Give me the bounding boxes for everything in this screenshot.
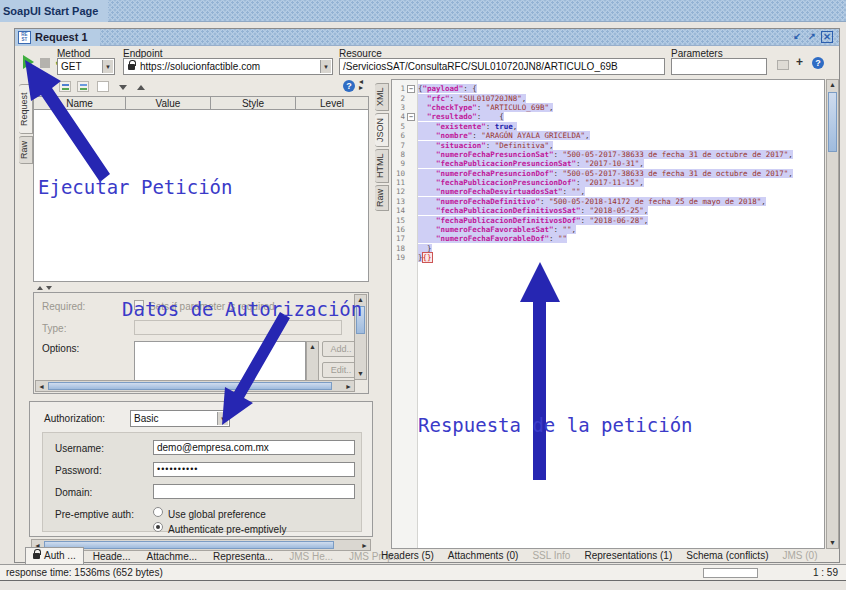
- type-field: [134, 320, 342, 335]
- detail-horizontal-scrollbar[interactable]: ◄ ►: [35, 380, 355, 392]
- move-param-down-icon[interactable]: [119, 85, 127, 90]
- response-tab-xml[interactable]: XML: [375, 83, 389, 111]
- code-line: 15 "fechaPublicacionDefinitivosDof": "20…: [392, 215, 824, 224]
- params-help-icon[interactable]: ?: [343, 80, 355, 92]
- chevron-down-icon[interactable]: ▼: [217, 412, 228, 425]
- line-number: 5: [392, 122, 405, 131]
- code-text: {"payload": {: [418, 84, 477, 93]
- fold-toggle-icon: [407, 235, 415, 243]
- code-text: "fechaPublicacionDefinitivosDof": "2018-…: [418, 216, 648, 225]
- username-input[interactable]: demo@empresa.com.mx: [153, 440, 355, 455]
- close-window-icon[interactable]: ✕: [821, 31, 833, 43]
- code-text: "numeroFechaFavorableDof": "": [418, 234, 567, 243]
- code-text: "numeroFechaPresuncionSat": "500-05-2017…: [418, 150, 793, 159]
- move-param-up-icon[interactable]: [137, 85, 145, 90]
- code-line: 3 "checkType": "ARTICULO_69B",: [392, 103, 824, 112]
- params-table-header[interactable]: Name Value Style Level: [33, 96, 369, 110]
- parameters-input[interactable]: [671, 58, 767, 75]
- scroll-up-icon[interactable]: ▲: [307, 342, 318, 352]
- response-link-attachments[interactable]: Attachments (0): [448, 550, 519, 561]
- scroll-left-icon[interactable]: ◄: [36, 382, 47, 392]
- request-window-title-bar[interactable]: RE ST Request 1 ↙ ↗ ✕: [15, 29, 839, 46]
- password-input[interactable]: ••••••••••: [153, 462, 355, 477]
- resource-input[interactable]: /ServiciosSAT/ConsultaRFC/SUL010720JN8/A…: [339, 58, 665, 75]
- method-select[interactable]: GET ▼: [57, 58, 115, 75]
- response-tab-html[interactable]: HTML: [375, 149, 389, 183]
- scroll-down-icon[interactable]: ▼: [827, 538, 838, 548]
- code-line: 14 "fechaPublicacionDefinitivosSat": "20…: [392, 206, 824, 215]
- recreate-params-icon[interactable]: [777, 60, 789, 70]
- restore-window-icon[interactable]: ↙: [791, 31, 803, 43]
- response-link-headers[interactable]: Headers (5): [381, 550, 434, 561]
- scroll-right-icon[interactable]: ►: [343, 382, 354, 392]
- radio-preemptive-label: Authenticate pre-emptively: [168, 524, 286, 535]
- fold-toggle-icon: [407, 122, 415, 130]
- bottom-tab-heade[interactable]: Heade...: [86, 549, 138, 565]
- fold-toggle-icon[interactable]: −: [407, 85, 415, 93]
- status-bar: response time: 1536ms (652 bytes) 1 : 59: [0, 564, 846, 581]
- code-line: 13 "numeroFechaDefinitivo": "500-05-2018…: [392, 197, 824, 206]
- scroll-down-icon[interactable]: ▼: [355, 369, 366, 379]
- left-tab-request[interactable]: Request: [19, 84, 33, 134]
- scroll-up-icon[interactable]: ▲: [827, 80, 838, 90]
- fold-toggle-icon: [407, 179, 415, 187]
- chevron-down-icon[interactable]: ▼: [102, 60, 113, 73]
- line-number: 3: [392, 103, 405, 112]
- fold-toggle-icon: [407, 226, 415, 234]
- fold-toggle-icon[interactable]: −: [407, 113, 415, 121]
- help-icon[interactable]: ?: [812, 57, 824, 69]
- column-header-name[interactable]: Name: [34, 97, 126, 109]
- response-bottom-links: Headers (5)Attachments (0)SSL InfoRepres…: [381, 550, 817, 561]
- annotation-auth-data: Datos de Autorización: [122, 298, 362, 320]
- maximize-window-icon[interactable]: ↗: [806, 31, 818, 43]
- column-header-style[interactable]: Style: [211, 97, 296, 109]
- lock-icon: [33, 553, 40, 559]
- stop-request-button[interactable]: [40, 58, 50, 68]
- collapse-left-icon[interactable]: ◂▸: [359, 79, 363, 91]
- radio-authenticate-preemptively[interactable]: [153, 522, 163, 532]
- column-header-level[interactable]: Level: [296, 97, 368, 109]
- fold-toggle-icon: [407, 244, 415, 252]
- splitter-down-icon[interactable]: [46, 286, 52, 290]
- clear-params-icon[interactable]: [97, 81, 109, 92]
- endpoint-combobox[interactable]: https://solucionfactible.com ▼: [123, 58, 333, 75]
- domain-label: Domain:: [55, 487, 92, 498]
- resource-value: /ServiciosSAT/ConsultaRFC/SUL010720JN8/A…: [343, 61, 618, 72]
- code-text: "checkType": "ARTICULO_69B",: [418, 103, 553, 112]
- code-line: 9 "fechaPublicacionPresuncionSat": "2017…: [392, 159, 824, 168]
- bottom-tab-representa[interactable]: Representa...: [206, 549, 280, 565]
- response-link-jms: JMS (0): [782, 550, 817, 561]
- radio-use-global-preference[interactable]: [153, 507, 163, 517]
- update-params-icon[interactable]: [59, 81, 71, 92]
- revert-params-icon[interactable]: [77, 81, 89, 92]
- soapui-workspace: SoapUI Start Page RE ST Request 1 ↙ ↗ ✕ …: [0, 0, 846, 590]
- bottom-tab-auth[interactable]: Auth ...: [25, 547, 84, 565]
- annotation-execute-request: Ejecutar Petición: [38, 176, 232, 198]
- left-tab-raw[interactable]: Raw: [19, 136, 33, 164]
- response-tab-json[interactable]: JSON: [375, 113, 389, 147]
- response-link-schemaconflicts[interactable]: Schema (conflicts): [686, 550, 768, 561]
- json-response-editor[interactable]: 1−{"payload": {2 "rfc": "SUL010720JN8",3…: [391, 79, 825, 549]
- code-line: 19}{}: [392, 253, 824, 262]
- response-link-sslinfo: SSL Info: [532, 550, 570, 561]
- column-header-value[interactable]: Value: [126, 97, 211, 109]
- splitter-up-icon[interactable]: [37, 286, 43, 290]
- options-scrollbar[interactable]: ▲: [306, 341, 319, 381]
- authorization-select[interactable]: Basic ▼: [130, 410, 230, 427]
- bottom-tab-jmshe[interactable]: JMS He...: [282, 549, 340, 565]
- method-value: GET: [61, 61, 82, 72]
- domain-input[interactable]: [153, 484, 355, 499]
- chevron-down-icon[interactable]: ▼: [320, 60, 331, 73]
- fold-toggle-icon: [407, 132, 415, 140]
- response-tab-raw[interactable]: Raw: [375, 185, 389, 211]
- editor-vertical-scrollbar[interactable]: ▲ ▼: [826, 79, 839, 549]
- response-link-representations[interactable]: Representations (1): [584, 550, 672, 561]
- annotation-response: Respuesta de la petición: [418, 414, 693, 436]
- run-request-button[interactable]: [23, 55, 34, 69]
- app-title-bar[interactable]: SoapUI Start Page: [0, 0, 846, 22]
- password-value: ••••••••••: [157, 464, 199, 474]
- options-listbox[interactable]: [134, 341, 306, 381]
- bottom-tab-attachme[interactable]: Attachme...: [140, 549, 205, 565]
- add-param-icon[interactable]: +: [796, 55, 803, 69]
- lock-icon: [128, 64, 135, 70]
